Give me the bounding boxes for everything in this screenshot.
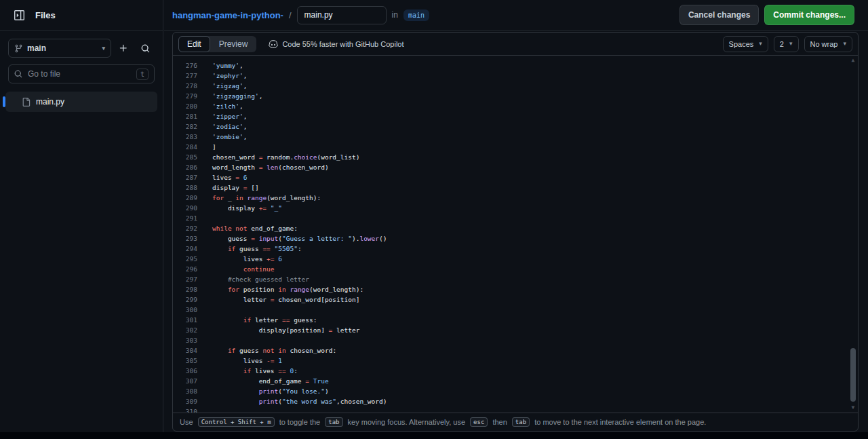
code-line-text: lives -= 1 — [197, 356, 282, 366]
repo-root-link[interactable]: hangman-game-in-python- — [172, 10, 283, 20]
code-line[interactable]: 303 — [173, 335, 858, 345]
edit-preview-tabs: Edit Preview — [178, 36, 256, 52]
code-line[interactable]: 287lives = 6 — [173, 172, 858, 183]
editor-scrollbar[interactable]: ▲ ▼ — [848, 56, 858, 413]
scroll-down-arrow[interactable]: ▼ — [850, 405, 856, 411]
code-line[interactable]: 283'zombie', — [173, 132, 858, 142]
code-line[interactable]: 294 if guess == "5505": — [173, 244, 858, 254]
code-line-text: display[position] = letter — [197, 325, 359, 335]
scrollbar-thumb[interactable] — [850, 348, 856, 402]
line-number: 300 — [173, 305, 197, 315]
copilot-icon — [269, 39, 278, 49]
code-line[interactable]: 295 lives += 6 — [173, 254, 858, 264]
code-line-text: lives += 6 — [197, 254, 282, 264]
line-number: 301 — [173, 315, 197, 325]
code-line[interactable]: 290 display += "_" — [173, 203, 858, 213]
code-line-text: 'zigzag', — [197, 81, 248, 91]
sidebar-panel-icon — [14, 10, 24, 20]
code-line[interactable]: 280'zilch', — [173, 101, 858, 111]
code-line-text: 'zigzagging', — [197, 91, 262, 101]
code-line[interactable]: 308 print("You lose.") — [173, 386, 858, 396]
code-lines: 276'yummy',277'zephyr',278'zigzag',279'z… — [173, 60, 858, 413]
go-to-file-box[interactable]: t — [8, 64, 155, 83]
code-line[interactable]: 286word_length = len(chosen_word) — [173, 162, 858, 172]
in-label: in — [392, 10, 398, 20]
code-line[interactable]: 306 if lives == 0: — [173, 366, 858, 376]
line-number: 277 — [173, 71, 197, 81]
kbd-control-shift-m: Control + Shift + m — [198, 417, 275, 427]
collapse-sidebar-button[interactable] — [9, 5, 28, 24]
line-number: 309 — [173, 396, 197, 406]
code-line[interactable]: 305 lives -= 1 — [173, 356, 858, 366]
line-number: 289 — [173, 193, 197, 203]
search-files-button[interactable] — [136, 39, 155, 58]
code-line[interactable]: 285chosen_word = random.choice(word_list… — [173, 152, 858, 162]
kbd-tab: tab — [325, 417, 342, 427]
code-line[interactable]: 288display = [] — [173, 183, 858, 193]
line-number: 282 — [173, 121, 197, 132]
code-line[interactable]: 292while not end_of_game: — [173, 223, 858, 233]
copilot-banner[interactable]: Code 55% faster with GitHub Copilot — [269, 39, 403, 49]
file-tree-item-main-py[interactable]: main.py — [5, 92, 157, 112]
line-number: 303 — [173, 335, 197, 345]
code-line[interactable]: 300 — [173, 305, 858, 315]
code-line-text: if letter == guess: — [197, 315, 317, 325]
code-line[interactable]: 304 if guess not in chosen_word: — [173, 345, 858, 356]
code-editor[interactable]: 276'yummy',277'zephyr',278'zigzag',279'z… — [173, 56, 858, 413]
code-line[interactable]: 297 #check guessed letter — [173, 274, 858, 284]
code-line[interactable]: 299 letter = chosen_word[position] — [173, 294, 858, 305]
code-line[interactable]: 293 guess = input("Guess a letter: ").lo… — [173, 233, 858, 244]
code-line[interactable]: 284] — [173, 142, 858, 152]
code-line[interactable]: 277'zephyr', — [173, 71, 858, 81]
chevron-down-icon: ▾ — [843, 41, 846, 47]
code-line[interactable]: 291 — [173, 213, 858, 223]
breadcrumb: hangman-game-in-python- / in main — [172, 6, 429, 24]
line-number: 295 — [173, 254, 197, 264]
new-file-button[interactable] — [114, 39, 133, 58]
wrap-mode-select[interactable]: No wrap ▾ — [804, 36, 853, 52]
indent-size-select[interactable]: 2 ▾ — [774, 36, 799, 52]
code-line-text: word_length = len(chosen_word) — [197, 162, 329, 172]
file-icon — [22, 98, 31, 107]
line-number: 304 — [173, 345, 197, 356]
commit-changes-button[interactable]: Commit changes... — [764, 5, 854, 25]
code-line[interactable]: 298 for position in range(word_length): — [173, 284, 858, 294]
code-line[interactable]: 310 — [173, 406, 858, 413]
tab-preview[interactable]: Preview — [210, 36, 257, 52]
indent-mode-select[interactable]: Spaces ▾ — [723, 36, 768, 52]
search-icon — [141, 44, 150, 53]
tab-edit[interactable]: Edit — [178, 36, 210, 52]
file-sidebar: Files main ▾ t — [0, 0, 163, 432]
code-line[interactable]: 278'zigzag', — [173, 81, 858, 91]
screen-bottom-strip — [0, 432, 868, 439]
code-line[interactable]: 307 end_of_game = True — [173, 376, 858, 386]
indent-mode-value: Spaces — [729, 40, 754, 48]
line-number: 291 — [173, 213, 197, 223]
branch-selector[interactable]: main ▾ — [8, 39, 111, 58]
line-number: 310 — [173, 406, 197, 413]
code-line[interactable]: 281'zipper', — [173, 111, 858, 121]
line-number: 296 — [173, 264, 197, 274]
code-line[interactable]: 301 if letter == guess: — [173, 315, 858, 325]
filename-input[interactable] — [297, 6, 387, 24]
file-tree: main.py — [0, 92, 163, 112]
cancel-changes-button[interactable]: Cancel changes — [679, 5, 759, 25]
code-line-text: letter = chosen_word[position] — [197, 294, 359, 305]
line-number: 307 — [173, 376, 197, 386]
help-text: then — [490, 418, 509, 426]
file-name: main.py — [36, 97, 64, 107]
go-to-file-input[interactable] — [26, 69, 132, 79]
code-line[interactable]: 289for _ in range(word_length): — [173, 193, 858, 203]
code-line[interactable]: 276'yummy', — [173, 60, 858, 71]
code-line[interactable]: 279'zigzagging', — [173, 91, 858, 101]
line-number: 283 — [173, 132, 197, 142]
code-line[interactable]: 302 display[position] = letter — [173, 325, 858, 335]
code-line[interactable]: 296 continue — [173, 264, 858, 274]
scroll-up-arrow[interactable]: ▲ — [850, 58, 856, 63]
editor-toolbar: Edit Preview Code 55% faster with GitHub… — [173, 33, 858, 56]
line-number: 298 — [173, 284, 197, 294]
chevron-down-icon: ▾ — [789, 41, 793, 47]
copilot-label: Code 55% faster with GitHub Copilot — [282, 40, 403, 48]
code-line[interactable]: 282'zodiac', — [173, 121, 858, 132]
code-line[interactable]: 309 print("the word was",chosen_word) — [173, 396, 858, 406]
